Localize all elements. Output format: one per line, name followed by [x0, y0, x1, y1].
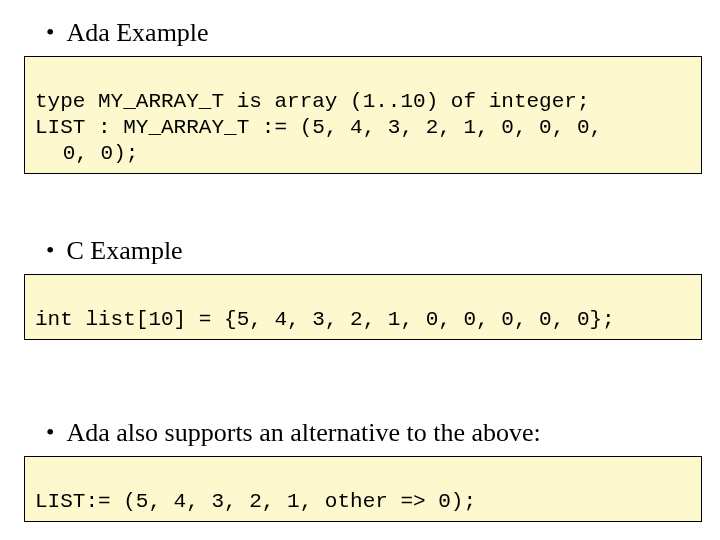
- bullet-label: Ada also supports an alternative to the …: [66, 418, 540, 448]
- bullet-dot-icon: •: [46, 18, 54, 46]
- bullet-label: Ada Example: [66, 18, 208, 48]
- code-line: type MY_ARRAY_T is array (1..10) of inte…: [35, 90, 590, 113]
- bullet-dot-icon: •: [46, 418, 54, 446]
- code-block-ada-alt: LIST:= (5, 4, 3, 2, 1, other => 0);: [24, 456, 702, 522]
- code-line: LIST : MY_ARRAY_T := (5, 4, 3, 2, 1, 0, …: [35, 116, 602, 139]
- bullet-dot-icon: •: [46, 236, 54, 264]
- bullet-label: C Example: [66, 236, 182, 266]
- code-line: int list[10] = {5, 4, 3, 2, 1, 0, 0, 0, …: [35, 308, 615, 331]
- bullet-item: • Ada Example: [46, 18, 702, 48]
- bullet-item: • C Example: [46, 236, 702, 266]
- code-line: 0, 0);: [35, 142, 138, 165]
- code-line: LIST:= (5, 4, 3, 2, 1, other => 0);: [35, 490, 476, 513]
- code-block-c: int list[10] = {5, 4, 3, 2, 1, 0, 0, 0, …: [24, 274, 702, 340]
- bullet-item: • Ada also supports an alternative to th…: [46, 418, 702, 448]
- code-block-ada: type MY_ARRAY_T is array (1..10) of inte…: [24, 56, 702, 174]
